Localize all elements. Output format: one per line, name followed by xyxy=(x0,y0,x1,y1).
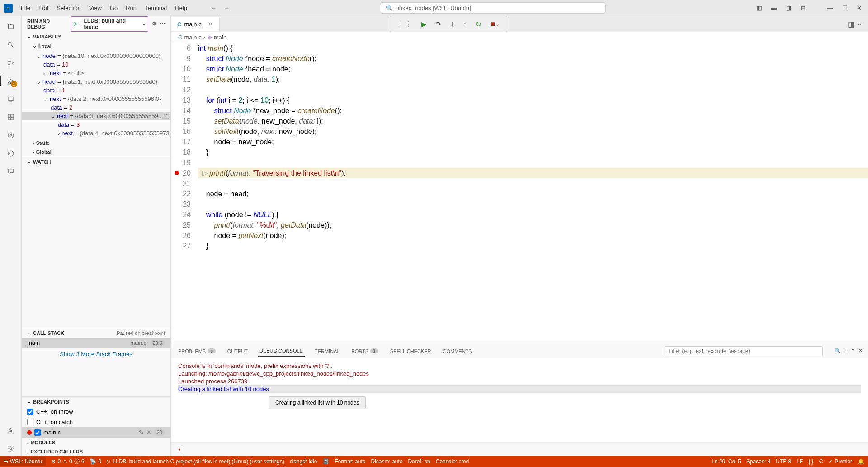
var-next2[interactable]: ⌄next={data:3, next:0x0000555555559...⬚ xyxy=(22,112,170,120)
close-icon[interactable]: ✕ xyxy=(854,3,864,13)
breakpoint-marker-icon[interactable] xyxy=(175,171,179,175)
menu-file[interactable]: File xyxy=(17,3,34,13)
local-scope-header[interactable]: ⌄Local xyxy=(22,41,170,51)
gitlens-icon[interactable] xyxy=(4,128,18,143)
panel-tab-comments[interactable]: COMMENTS xyxy=(441,346,473,357)
step-into-icon[interactable]: ↓ xyxy=(447,18,458,30)
remote-explorer-icon[interactable] xyxy=(4,92,18,106)
drag-handle-icon[interactable]: ⋮⋮ xyxy=(394,18,415,30)
status-format[interactable]: Format: auto xyxy=(335,458,365,465)
status-bracket-icon[interactable]: { } xyxy=(808,458,813,465)
code-editor[interactable]: 6 9 10 11 12 13 14 15 16 17 18 19 20 21 … xyxy=(171,43,868,343)
callstack-header[interactable]: ⌄CALL STACKPaused on breakpoint xyxy=(22,328,170,338)
excluded-callers-header[interactable]: ›EXCLUDED CALLERS xyxy=(22,447,170,456)
search-console-icon[interactable]: 🔍 xyxy=(835,348,841,354)
bp-cpp-catch[interactable]: C++: on catch xyxy=(22,417,170,427)
status-eol[interactable]: LF xyxy=(797,458,803,465)
close-panel-icon[interactable]: ✕ xyxy=(859,348,863,354)
stop-icon[interactable]: ■⌄ xyxy=(487,18,503,30)
step-over-icon[interactable]: ↷ xyxy=(432,18,445,30)
status-bell-icon[interactable]: 🔔 xyxy=(858,458,864,465)
status-disasm[interactable]: Disasm: auto xyxy=(371,458,402,465)
testing-icon[interactable] xyxy=(4,146,18,161)
toggle-secondary-sidebar-icon[interactable]: ◨ xyxy=(783,3,794,13)
extensions-icon[interactable] xyxy=(4,110,18,124)
var-node-data[interactable]: data=10 xyxy=(22,60,170,69)
bp-checkbox[interactable] xyxy=(27,409,33,415)
status-encoding[interactable]: UTF-8 xyxy=(776,458,791,465)
tab-main-c[interactable]: C main.c ✕ xyxy=(171,17,220,31)
code-content[interactable]: int main() { struct Node *node = createN… xyxy=(198,43,868,343)
status-problems[interactable]: ⊗0⚠0ⓘ6 xyxy=(51,458,84,466)
status-ports[interactable]: 📡0 xyxy=(90,458,101,465)
bp-checkbox[interactable] xyxy=(27,419,33,425)
toggle-panel-icon[interactable]: ▬ xyxy=(769,3,780,13)
var-head[interactable]: ⌄head={data:1, next:0x00005555555596d0} xyxy=(22,77,170,86)
explorer-icon[interactable] xyxy=(4,19,18,34)
search-activity-icon[interactable] xyxy=(4,38,18,52)
var-next2-data[interactable]: data=3 xyxy=(22,120,170,129)
panel-tab-spell[interactable]: SPELL CHECKER xyxy=(388,346,433,357)
var-node-next[interactable]: ›next=<null> xyxy=(22,69,170,77)
modules-header[interactable]: ›MODULES xyxy=(22,438,170,447)
status-cursor-pos[interactable]: Ln 20, Col 5 xyxy=(712,458,741,465)
var-head-next[interactable]: ⌄next={data:2, next:0x00005555555596f0} xyxy=(22,95,170,103)
status-console-mode[interactable]: Console: cmd xyxy=(436,458,469,465)
settings-gear-icon[interactable] xyxy=(4,442,18,456)
menu-view[interactable]: View xyxy=(85,3,105,13)
panel-tab-output[interactable]: OUTPUT xyxy=(226,346,250,357)
menu-go[interactable]: Go xyxy=(106,3,121,13)
status-debug-config[interactable]: ▷LLDB: build and launch C project (all f… xyxy=(107,458,284,465)
breadcrumb[interactable]: C main.c › ⊕ main xyxy=(171,32,868,43)
console-cursor[interactable] xyxy=(184,446,184,453)
customize-layout-icon[interactable]: ⊞ xyxy=(798,3,808,13)
source-control-icon[interactable] xyxy=(4,56,18,70)
continue-icon[interactable]: ▶ xyxy=(417,18,430,30)
split-editor-icon[interactable]: ◨ xyxy=(848,20,854,29)
menu-selection[interactable]: Selection xyxy=(53,3,84,13)
status-notebook-icon[interactable]: 📓 xyxy=(322,458,329,465)
hex-view-icon[interactable]: ⬚ xyxy=(163,113,169,119)
menu-terminal[interactable]: Terminal xyxy=(141,3,170,13)
maximize-icon[interactable]: ☐ xyxy=(840,3,850,13)
bp-checkbox[interactable] xyxy=(34,429,41,436)
more-icon[interactable]: ⋯ xyxy=(160,21,165,27)
menu-edit[interactable]: Edit xyxy=(35,3,52,13)
minimize-icon[interactable]: — xyxy=(825,3,836,13)
edit-icon[interactable]: ✎ xyxy=(139,429,144,436)
debug-config-select[interactable]: ▷ LLDB: build and launc ⌄ xyxy=(71,16,148,32)
start-debug-icon[interactable]: ▷ xyxy=(71,20,80,28)
status-prettier[interactable]: ✓Prettier xyxy=(828,458,852,465)
command-center[interactable]: 🔍 linked_nodes [WSL: Ubuntu] xyxy=(380,2,606,14)
accounts-icon[interactable] xyxy=(4,424,18,438)
debug-console-output[interactable]: Console is in 'commands' mode, prefix ex… xyxy=(171,358,868,442)
panel-tab-terminal[interactable]: TERMINAL xyxy=(313,346,342,357)
var-head-data[interactable]: data=1 xyxy=(22,86,170,95)
comments-icon[interactable] xyxy=(4,164,18,179)
status-language[interactable]: C xyxy=(819,458,823,465)
bp-cpp-throw[interactable]: C++: on throw xyxy=(22,406,170,417)
show-more-frames[interactable]: Show 3 More Stack Frames xyxy=(22,348,170,360)
status-deref[interactable]: Deref: on xyxy=(408,458,430,465)
breakpoints-header[interactable]: ⌄BREAKPOINTS xyxy=(22,397,170,406)
console-filter-input[interactable] xyxy=(665,346,823,356)
close-tab-icon[interactable]: ✕ xyxy=(208,21,213,28)
nav-back-icon[interactable]: ← xyxy=(209,3,218,13)
panel-tab-debug-console[interactable]: DEBUG CONSOLE xyxy=(258,345,305,357)
status-clangd[interactable]: clangd: idle xyxy=(290,458,317,465)
nav-forward-icon[interactable]: → xyxy=(222,3,231,13)
watch-header[interactable]: ⌄WATCH xyxy=(22,157,170,167)
menu-run[interactable]: Run xyxy=(122,3,140,13)
toggle-primary-sidebar-icon[interactable]: ◧ xyxy=(754,3,765,13)
more-actions-icon[interactable]: ⋯ xyxy=(857,20,864,29)
bp-main-c[interactable]: main.c✎✕20 xyxy=(22,427,170,438)
panel-tab-ports[interactable]: PORTS1 xyxy=(350,346,380,357)
menu-help[interactable]: Help xyxy=(171,3,191,13)
remove-icon[interactable]: ✕ xyxy=(146,429,151,436)
step-out-icon[interactable]: ↑ xyxy=(459,18,470,30)
global-scope-header[interactable]: ›Global xyxy=(22,148,170,157)
run-debug-icon[interactable]: 1 xyxy=(4,74,18,88)
var-next3[interactable]: ›next={data:4, next:0x0000555555559730} xyxy=(22,129,170,138)
restart-icon[interactable]: ↻ xyxy=(472,18,485,30)
clear-console-icon[interactable]: ⌃ xyxy=(851,348,855,354)
